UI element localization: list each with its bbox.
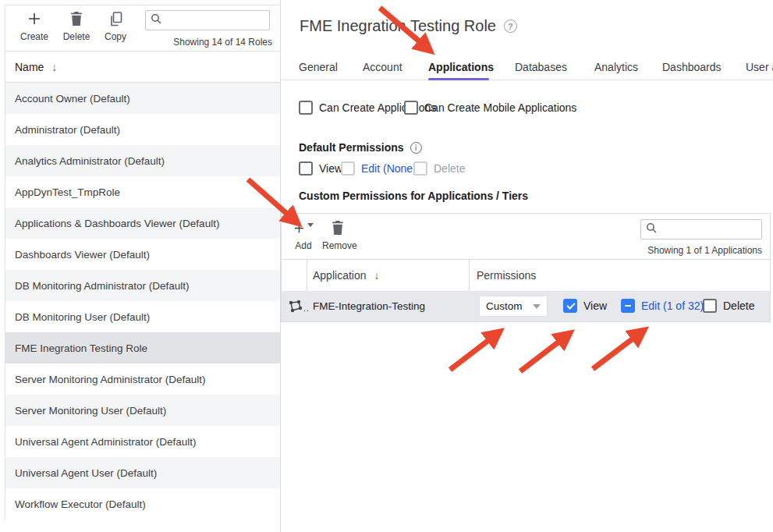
roles-list: Account Owner (Default) Administrator (D… <box>5 83 280 520</box>
role-list-item[interactable]: DB Monitoring Administrator (Default) <box>5 270 280 301</box>
role-list-item[interactable]: Dashboards Viewer (Default) <box>5 239 280 270</box>
column-divider <box>469 260 470 291</box>
default-edit-checkbox[interactable] <box>341 161 355 176</box>
tab-user-clipped[interactable]: User a <box>746 61 773 73</box>
create-label: Create <box>14 31 55 42</box>
default-edit-option: Edit (None) <box>341 161 417 176</box>
default-view-checkbox[interactable] <box>299 161 313 176</box>
custom-permissions-toolbar: Add Remove Showing 1 of 1 Applications <box>282 214 770 260</box>
applications-search-input[interactable] <box>661 224 757 235</box>
can-create-mobile-applications-option: Can Create Mobile Applications <box>404 101 576 115</box>
trash-icon <box>56 12 97 29</box>
trash-icon <box>322 221 353 238</box>
applications-count-text: Showing 1 of 1 Applications <box>647 245 762 256</box>
can-create-mobile-applications-checkbox[interactable] <box>404 101 418 115</box>
permission-level-select[interactable]: Custom <box>479 296 548 317</box>
role-list-item[interactable]: Server Monitoring Administrator (Default… <box>5 364 280 395</box>
info-icon[interactable]: i <box>410 142 422 154</box>
plus-icon <box>14 12 55 29</box>
add-application-button[interactable]: Add <box>288 221 319 251</box>
role-list-item[interactable]: Administrator (Default) <box>5 114 280 145</box>
role-list-item[interactable]: Account Owner (Default) <box>5 83 280 114</box>
role-list-item[interactable]: DB Monitoring User (Default) <box>5 301 280 332</box>
application-permission-row[interactable]: .. FME-Integration-Testing Custom View E… <box>282 291 770 321</box>
page-title-row: FME Inegration Testing Role ? <box>300 17 517 35</box>
tab-general[interactable]: General <box>299 61 338 73</box>
role-list-item-selected[interactable]: FME Inegration Testing Role <box>5 332 280 364</box>
page-title: FME Inegration Testing Role <box>300 17 496 35</box>
default-delete-checkbox[interactable] <box>413 161 427 176</box>
delete-label: Delete <box>56 31 97 42</box>
row-view-checkbox[interactable] <box>563 299 577 313</box>
copy-role-button[interactable]: Copy <box>95 12 136 42</box>
roles-sidebar: Create Delete Copy Showing 14 of <box>5 5 280 520</box>
role-list-item[interactable]: Server Monitoring User (Default) <box>5 395 280 426</box>
role-list-item[interactable]: Analytics Administrator (Default) <box>5 145 280 176</box>
row-edit-checkbox[interactable] <box>621 299 635 313</box>
application-column-header[interactable]: Application↓ <box>313 260 380 291</box>
application-flowmap-icon: .. <box>288 300 310 313</box>
copy-icon <box>95 12 136 29</box>
sort-desc-icon: ↓ <box>374 269 380 282</box>
plus-dropdown-icon <box>288 221 319 238</box>
roles-list-header[interactable]: Name↓ <box>5 51 280 83</box>
row-view-option: View <box>563 299 607 313</box>
copy-label: Copy <box>95 31 136 42</box>
tab-account[interactable]: Account <box>363 61 402 73</box>
row-edit-option: Edit (1 of 32) <box>621 299 704 313</box>
permissions-column-header: Permissions <box>477 260 536 291</box>
search-icon <box>151 13 161 27</box>
tab-dashboards[interactable]: Dashboards <box>662 61 722 73</box>
role-list-item[interactable]: Universal Agent User (Default) <box>5 457 280 488</box>
remove-application-button[interactable]: Remove <box>322 221 353 251</box>
can-create-applications-checkbox[interactable] <box>299 101 313 115</box>
tab-applications[interactable]: Applications <box>428 61 494 73</box>
search-icon <box>646 222 657 236</box>
active-tab-underline <box>428 78 489 80</box>
name-column-label: Name <box>15 61 44 73</box>
applications-search-box <box>640 219 762 239</box>
application-name: FME-Integration-Testing <box>313 291 425 321</box>
role-list-item[interactable]: Applications & Dashboards Viewer (Defaul… <box>5 207 280 239</box>
role-list-item[interactable]: AppDynTest_TmpRole <box>5 176 280 207</box>
role-list-item[interactable]: Workflow Executor (Default) <box>5 488 280 520</box>
row-delete-checkbox[interactable] <box>703 299 717 313</box>
default-edit-link[interactable]: Edit (None) <box>361 162 417 175</box>
delete-role-button[interactable]: Delete <box>56 12 97 42</box>
custom-permissions-panel: Add Remove Showing 1 of 1 Applications <box>281 213 771 322</box>
roles-count-text: Showing 14 of 14 Roles <box>173 37 272 48</box>
create-role-button[interactable]: Create <box>14 12 55 42</box>
chevron-down-icon <box>533 304 541 309</box>
truncation-dots: .. <box>303 303 310 313</box>
help-icon[interactable]: ? <box>504 20 517 33</box>
roles-admin-page: Create Delete Copy Showing 14 of <box>0 0 773 532</box>
add-label: Add <box>288 240 319 251</box>
tab-databases[interactable]: Databases <box>515 61 567 73</box>
default-permissions-heading: Default Permissions i <box>299 141 422 154</box>
custom-permissions-heading: Custom Permissions for Applications / Ti… <box>299 190 528 202</box>
role-list-item[interactable]: Universal Agent Administrator (Default) <box>5 426 280 457</box>
roles-toolbar: Create Delete Copy Showing 14 of <box>5 5 280 51</box>
column-divider <box>307 260 307 291</box>
sort-desc-icon: ↓ <box>51 61 57 73</box>
row-delete-option: Delete <box>703 299 754 313</box>
applications-table-header: Application↓ Permissions <box>282 260 770 291</box>
chevron-down-icon <box>307 223 314 227</box>
roles-search-box <box>145 10 270 30</box>
remove-label: Remove <box>322 240 353 251</box>
tab-analytics[interactable]: Analytics <box>594 61 638 73</box>
roles-search-input[interactable] <box>165 15 264 26</box>
default-delete-option: Delete <box>413 161 465 176</box>
tabbar-border <box>281 80 773 80</box>
row-edit-link[interactable]: Edit (1 of 32) <box>641 300 704 312</box>
role-detail-panel: FME Inegration Testing Role ? General Ac… <box>281 0 773 532</box>
default-view-option: View <box>299 161 342 176</box>
